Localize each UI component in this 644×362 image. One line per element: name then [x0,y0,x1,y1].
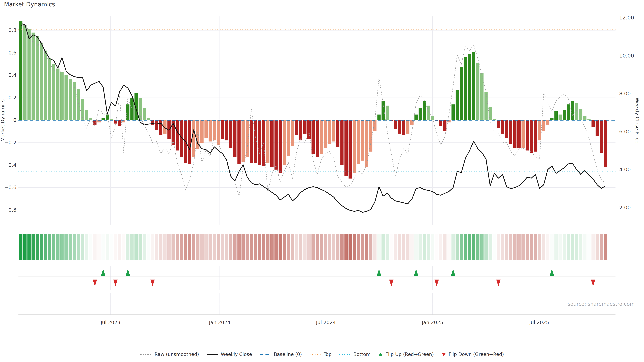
x-tick-label: Jul 2025 [529,320,549,325]
dynamics-bar [77,89,80,120]
dynamics-bar [460,67,463,120]
heatmap-cell [147,234,150,260]
heatmap-cell [348,234,352,260]
dynamics-bar [497,120,500,128]
dynamics-bar [299,120,302,140]
heatmap-cell [583,234,587,260]
dynamics-bar [357,120,360,164]
dynamics-bar [221,120,224,139]
heatmap-cell [554,234,558,260]
heatmap-cell [312,234,315,260]
heatmap-cell [443,234,446,260]
dynamics-bar [336,120,340,147]
dynamics-bar [546,120,550,125]
legend-item-label: Raw (unsmoothed) [154,352,199,357]
dynamics-bar [592,120,595,127]
heatmap-cell [373,234,377,260]
heatmap-cell [518,234,521,260]
dynamics-bar [431,116,434,120]
heatmap-cell [386,234,389,260]
dynamics-bar [213,120,216,140]
legend-item-dash-gray: Raw (unsmoothed) [140,352,199,357]
dynamics-bar [233,120,236,157]
right-tick-label: 10.00 [619,53,634,59]
heatmap-cell [176,234,179,260]
dynamics-bar [138,98,142,120]
dynamics-bar [324,120,327,148]
heatmap-cell [204,234,208,260]
dynamics-bar [303,120,306,134]
heatmap-cell [102,234,105,260]
heatmap-cell [155,234,158,260]
dynamics-bar [484,92,488,120]
dynamics-bar [229,120,232,148]
dynamics-bar [509,120,512,144]
heatmap-cell [143,234,146,260]
heatmap-cell [316,234,319,260]
dynamics-bar [526,120,529,150]
dynamics-bar [204,120,208,138]
heatmap-cell [468,234,471,260]
heatmap-cell [167,234,171,260]
heatmap-cell [299,234,302,260]
dynamics-bar [155,120,158,130]
heatmap-cell [357,234,360,260]
heatmap-cell [23,234,27,260]
heatmap-cell [138,234,142,260]
dynamics-bar [443,120,446,131]
heatmap-cell [151,234,154,260]
right-tick-label: 8.00 [619,90,631,96]
heatmap-cell [579,234,582,260]
flip-down-icon [441,352,446,357]
heatmap-cell [522,234,525,260]
heatmap-cell [118,234,121,260]
heatmap-cell [221,234,224,260]
dynamics-bar [126,104,130,120]
right-tick-label: 4.00 [619,166,631,172]
dynamics-bar [312,120,315,154]
heatmap-cell [110,234,113,260]
right-tick-label: 2.00 [619,204,631,211]
dynamics-bar [456,90,459,120]
heatmap-cell [414,234,418,260]
dynamics-bar [85,110,88,120]
heatmap-cell [213,234,216,260]
heatmap-cell [122,234,126,260]
heatmap-cell [188,234,191,260]
dynamics-bar [64,75,68,120]
dynamics-bar [56,68,59,120]
heatmap-cell [134,234,138,260]
weekly-close-swatch [206,352,218,357]
left-axis-label: Market Dynamics [0,92,6,149]
left-axis-ticks: 0.80.60.40.20−0.2−0.4−0.6−0.8 [4,27,16,213]
heatmap-cell [427,234,430,260]
dynamics-bar [36,36,39,120]
dynamics-bar [200,120,204,143]
flip-down-marker [113,280,118,286]
heatmap-cell [308,234,311,260]
left-tick-label: −0.4 [4,162,16,168]
flip-up-marker [451,269,455,276]
right-tick-label: 6.00 [619,129,631,135]
dynamics-bar [291,120,294,146]
dynamics-bar [575,103,578,120]
heatmap-cell [324,234,327,260]
heatmap-cell [291,234,294,260]
heatmap-cell [52,234,56,260]
heatmap-cell [382,234,385,260]
flip-up-marker [377,269,381,276]
heatmap-cell [484,234,488,260]
heatmap-cell [282,234,286,260]
heatmap-cell [476,234,480,260]
flip-down-marker [389,280,394,286]
left-tick-label: 0 [13,117,16,123]
dynamics-bar [579,109,582,120]
dynamics-bar [583,116,586,120]
dynamics-bar [68,79,72,120]
dynamics-bar [274,120,278,170]
dynamics-bar [538,120,541,140]
dynamics-bars [19,21,607,178]
flip-down-marker [496,280,500,286]
heatmap-cell [126,234,130,260]
dynamics-bar [398,120,401,134]
